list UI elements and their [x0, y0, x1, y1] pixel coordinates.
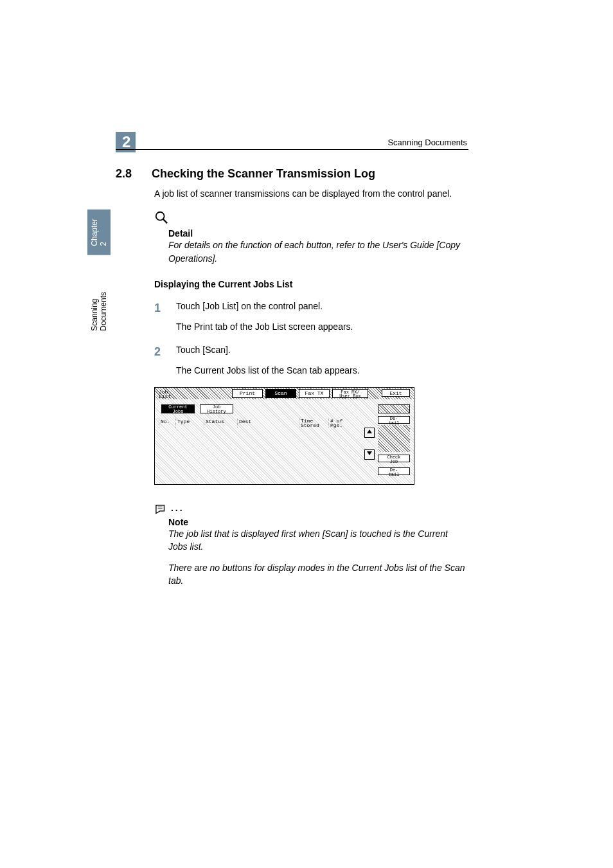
scroll-up-button[interactable] — [364, 428, 375, 438]
col-status: Status — [204, 419, 237, 428]
magnifier-icon — [154, 210, 168, 224]
note-icon: ... — [154, 507, 184, 517]
intro-text: A job list of scanner transmissions can … — [154, 187, 468, 200]
col-no: No. — [159, 419, 175, 428]
col-time-stored: TimeStored — [299, 419, 328, 428]
header-rule — [116, 149, 468, 150]
step-sub: The Print tab of the Job List screen app… — [176, 321, 468, 332]
joblist-label: JobList — [159, 390, 171, 399]
note-body-1: The job list that is displayed first whe… — [168, 527, 468, 554]
arrow-down-icon — [366, 450, 373, 457]
col-dest: Dest — [237, 419, 299, 428]
detail-button[interactable]: De-tail — [378, 416, 410, 424]
side-hatch-box — [378, 404, 410, 413]
tab-print[interactable]: Print — [232, 389, 263, 398]
section-number: 2.8 — [116, 167, 140, 181]
col-type: Type — [175, 419, 204, 428]
svg-point-0 — [156, 212, 164, 221]
tab-scan[interactable]: Scan — [265, 389, 296, 398]
detail-body: For details on the function of each butt… — [168, 239, 468, 265]
subheading: Displaying the Current Jobs List — [154, 279, 468, 289]
table-header-row: No. Type Status Dest TimeStored # ofPgs. — [159, 419, 369, 428]
tab-faxrx-userbox[interactable]: Fax RX/User Box — [332, 389, 368, 398]
check-job-button[interactable]: CheckJob — [378, 455, 410, 462]
step-body: Touch [Scan]. — [176, 343, 468, 360]
subtab-job-history[interactable]: JobHistory — [200, 404, 233, 413]
touchscreen-figure: JobList Print Scan Fax TX Fax RX/User Bo… — [154, 387, 414, 485]
svg-marker-2 — [367, 429, 372, 433]
svg-line-1 — [163, 219, 167, 223]
side-tab-chapter: Chapter 2 — [87, 210, 111, 255]
col-pgs: # ofPgs. — [328, 419, 354, 428]
note-body-2: There are no buttons for display modes i… — [168, 561, 468, 588]
scroll-down-button[interactable] — [364, 449, 375, 460]
exit-button[interactable]: Exit — [382, 389, 410, 397]
arrow-up-icon — [366, 428, 373, 435]
step-body: Touch [Job List] on the control panel. — [176, 300, 468, 316]
tab-faxtx[interactable]: Fax TX — [299, 389, 330, 398]
side-tab-section: Scanning Documents — [87, 283, 111, 340]
svg-marker-3 — [367, 451, 372, 455]
section-title: Checking the Scanner Transmission Log — [152, 167, 375, 181]
subtab-current-jobs[interactable]: CurrentJobs — [161, 404, 195, 413]
step-number: 2 — [154, 343, 176, 360]
running-head: Scanning Documents — [387, 138, 467, 147]
step-number: 1 — [154, 300, 176, 316]
side-hatch-fill — [378, 425, 410, 452]
detail-button-2[interactable]: De-tail — [378, 467, 410, 475]
detail-heading: Detail — [168, 228, 468, 239]
step-sub: The Current Jobs list of the Scan tab ap… — [176, 365, 468, 375]
note-heading: Note — [168, 517, 468, 527]
